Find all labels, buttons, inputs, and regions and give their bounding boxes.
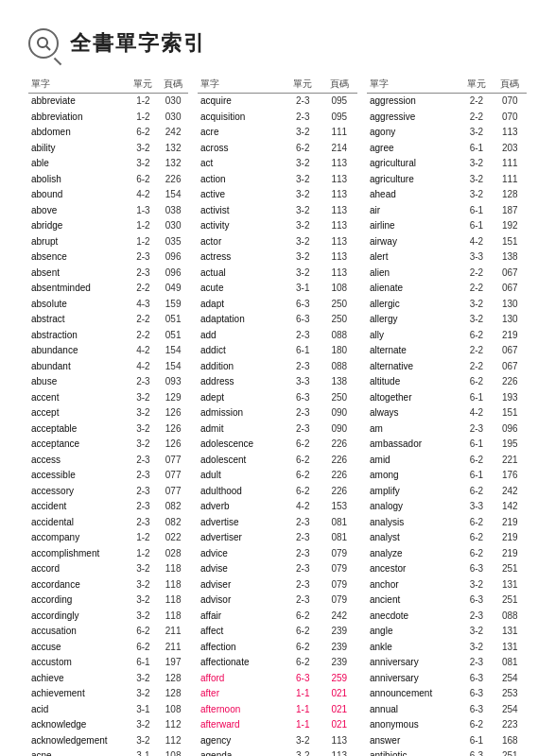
unit-cell: 1-1 (285, 702, 321, 718)
unit-cell: 3-2 (285, 234, 321, 250)
table-row: abound4-2154 (28, 187, 188, 203)
unit-cell: 6-2 (285, 468, 321, 484)
unit-cell: 3-3 (460, 499, 493, 515)
table-row: anniversary2-3081 (367, 655, 527, 671)
unit-cell: 2-3 (285, 515, 321, 531)
unit-cell: 6-2 (285, 453, 321, 469)
word-cell: annual (367, 702, 460, 718)
table-row: agriculture3-2111 (367, 172, 527, 188)
col-header-1: 單元 (129, 76, 159, 94)
table-row: alert3-3138 (367, 249, 527, 266)
word-cell: anniversary (367, 655, 460, 671)
page-cell: 030 (158, 94, 188, 110)
col-header-0: 單字 (28, 76, 129, 94)
unit-cell: 3-2 (460, 312, 493, 328)
unit-cell: 2-3 (129, 499, 159, 515)
unit-cell: 3-2 (285, 187, 321, 203)
unit-cell: 6-2 (460, 717, 493, 733)
word-cell: advise (198, 561, 285, 577)
page-cell: 067 (494, 359, 527, 375)
word-cell: affect (198, 624, 285, 640)
table-row: advise2-3079 (198, 561, 357, 577)
col-header-1: 單元 (460, 76, 493, 94)
unit-cell: 2-2 (460, 266, 493, 282)
page-cell: 239 (321, 655, 358, 671)
table-row: abstract2-2051 (28, 312, 188, 328)
word-cell: actress (198, 249, 285, 266)
table-row: afford6-3259 (198, 671, 357, 687)
word-cell: acceptable (28, 421, 129, 438)
page-cell: 088 (321, 359, 358, 375)
page-cell: 112 (158, 717, 188, 733)
word-cell: ambassador (367, 437, 460, 453)
page-cell: 239 (321, 624, 358, 640)
page-cell: 128 (158, 686, 188, 702)
unit-cell: 6-3 (285, 297, 321, 313)
word-cell: agricultural (367, 156, 460, 172)
unit-cell: 6-2 (460, 328, 493, 344)
word-cell: activity (198, 218, 285, 234)
word-cell: acquisition (198, 110, 285, 126)
col-header-2: 頁碼 (494, 76, 527, 94)
table-row: actual3-2113 (198, 266, 357, 282)
page-cell: 118 (158, 593, 188, 609)
table-row: alien2-2067 (367, 266, 527, 282)
table-row: adapt6-3250 (198, 297, 357, 313)
table-row: acre3-2111 (198, 125, 357, 141)
word-cell: after (198, 686, 285, 702)
page-cell: 214 (321, 141, 358, 157)
page-cell: 193 (494, 390, 527, 406)
table-row: ability3-2132 (28, 141, 188, 157)
table-row: acne3-1108 (28, 748, 188, 756)
word-cell: address (198, 374, 285, 390)
page-cell: 022 (158, 530, 188, 546)
word-cell: angle (367, 624, 460, 640)
unit-cell: 2-2 (460, 110, 493, 126)
col-header-0: 單字 (198, 76, 285, 94)
unit-cell: 2-3 (285, 577, 321, 593)
word-cell: agency (198, 733, 285, 749)
unit-cell: 1-2 (129, 94, 159, 110)
word-cell: accident (28, 499, 129, 515)
table-row: according3-2118 (28, 593, 188, 609)
page-cell: 095 (321, 94, 358, 110)
unit-cell: 2-3 (285, 405, 321, 421)
table-row: accordance3-2118 (28, 577, 188, 593)
word-cell: ahead (367, 187, 460, 203)
page-cell: 130 (494, 297, 527, 313)
col-header-0: 單字 (367, 76, 460, 94)
word-cell: addict (198, 343, 285, 359)
word-cell: acute (198, 281, 285, 297)
unit-cell: 6-3 (460, 748, 493, 756)
table-row: act3-2113 (198, 156, 357, 172)
word-cell: above (28, 203, 129, 219)
word-cell: adolescent (198, 453, 285, 469)
word-cell: accustom (28, 655, 129, 671)
word-cell: alien (367, 266, 460, 282)
unit-cell: 2-3 (285, 94, 321, 110)
table-row: anecdote2-3088 (367, 609, 527, 625)
word-cell: acknowledge (28, 717, 129, 733)
table-row: allergy3-2130 (367, 312, 527, 328)
word-cell: analysis (367, 515, 460, 531)
word-cell: adulthood (198, 484, 285, 500)
unit-cell: 3-2 (285, 203, 321, 219)
word-cell: accent (28, 390, 129, 406)
table-row: access2-3077 (28, 453, 188, 469)
word-cell: abolish (28, 172, 129, 188)
unit-cell: 2-3 (285, 546, 321, 562)
page-cell: 226 (321, 453, 358, 469)
table-row: analysis6-2219 (367, 515, 527, 531)
word-cell: am (367, 421, 460, 438)
unit-cell: 2-2 (129, 328, 159, 344)
unit-cell: 2-3 (285, 561, 321, 577)
unit-cell: 3-2 (129, 141, 159, 157)
page-cell: 051 (158, 328, 188, 344)
unit-cell: 1-2 (129, 234, 159, 250)
col-header-2: 頁碼 (321, 76, 358, 94)
table-row: accomplishment1-2028 (28, 546, 188, 562)
page-cell: 226 (494, 374, 527, 390)
unit-cell: 6-3 (460, 671, 493, 687)
word-cell: agony (367, 125, 460, 141)
page-cell: 197 (158, 655, 188, 671)
